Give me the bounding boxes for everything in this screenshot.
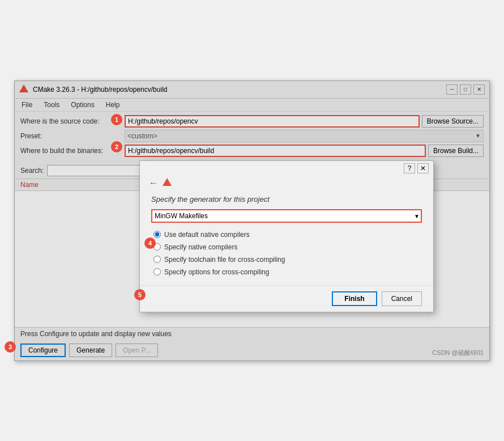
radio-default-label: Use default native compilers	[164, 231, 250, 239]
annotation-2: 2	[111, 141, 122, 152]
cancel-button[interactable]: Cancel	[382, 291, 422, 306]
compiler-radio-group: Use default native compilers Specify nat…	[153, 231, 422, 276]
dialog-subtitle: Specify the generator for this project	[151, 195, 422, 203]
radio-toolchain-input[interactable]	[153, 256, 161, 263]
generator-select-row: MinGW Makefiles Unix Makefiles Ninja Vis…	[151, 209, 422, 223]
generator-dialog: ? ✕ ← Specify the generator for this pro…	[139, 160, 434, 312]
dialog-nav: ←	[140, 176, 433, 190]
annotation-4: 4	[144, 238, 156, 249]
radio-toolchain-label: Specify toolchain file for cross-compili…	[164, 256, 285, 264]
radio-cross-input[interactable]	[153, 268, 161, 275]
radio-cross-label: Specify options for cross-compiling	[164, 268, 269, 276]
radio-cross-compile[interactable]: Specify options for cross-compiling	[153, 268, 422, 276]
dialog-titlebar: ? ✕	[140, 161, 433, 176]
radio-default-compilers[interactable]: Use default native compilers	[153, 231, 422, 239]
generator-select-wrapper[interactable]: MinGW Makefiles Unix Makefiles Ninja Vis…	[151, 209, 422, 223]
dialog-footer: 5 Finish Cancel	[140, 285, 433, 312]
radio-toolchain[interactable]: Specify toolchain file for cross-compili…	[153, 256, 422, 264]
dialog-cmake-logo	[163, 178, 173, 188]
annotation-5: 5	[134, 289, 146, 300]
generator-select[interactable]: MinGW Makefiles Unix Makefiles Ninja Vis…	[151, 209, 422, 223]
dialog-close-button[interactable]: ✕	[417, 163, 429, 173]
annotation-3: 3	[5, 341, 16, 353]
finish-button[interactable]: Finish	[332, 291, 377, 306]
annotation-1: 1	[111, 114, 122, 125]
dialog-back-button[interactable]: ←	[149, 178, 158, 188]
radio-specify-native[interactable]: Specify native compilers	[153, 243, 422, 251]
dialog-content: Specify the generator for this project 4…	[140, 190, 433, 285]
radio-native-label: Specify native compilers	[164, 243, 237, 251]
dialog-help-button[interactable]: ?	[404, 163, 415, 173]
radio-default-input[interactable]	[153, 231, 161, 238]
